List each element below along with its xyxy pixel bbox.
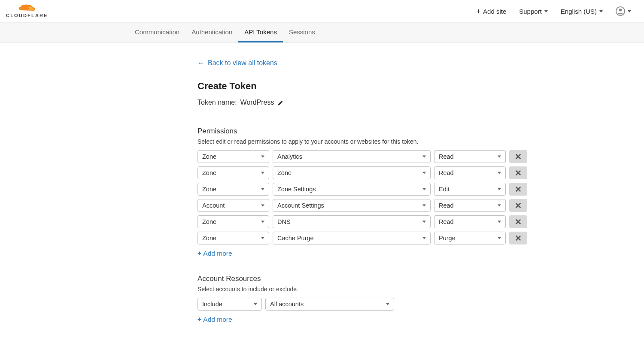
permission-resource-select[interactable]: Zone — [273, 166, 431, 179]
add-site-label: Add site — [483, 8, 506, 15]
remove-permission-button[interactable] — [509, 166, 527, 179]
account-resources-section: Account Resources Select accounts to inc… — [197, 275, 575, 341]
account-value-select[interactable]: All accounts — [265, 298, 394, 311]
permission-row: ZoneCache PurgePurge — [197, 232, 575, 244]
svg-point-1 — [619, 9, 622, 11]
header-right: + Add site Support English (US) — [477, 6, 631, 16]
cloudflare-logo[interactable]: CLOUDFLARE — [6, 4, 48, 18]
token-name-row: Token name: WordPress — [197, 99, 575, 106]
permission-row: ZoneZone SettingsEdit — [197, 183, 575, 196]
permission-access-select[interactable]: Read — [434, 166, 506, 179]
remove-permission-button[interactable] — [509, 183, 527, 196]
back-link-label: Back to view all tokens — [208, 59, 277, 67]
language-label: English (US) — [561, 8, 597, 15]
tab-communication[interactable]: Communication — [129, 23, 185, 42]
close-icon — [515, 219, 521, 225]
language-menu[interactable]: English (US) — [561, 8, 603, 15]
sub-nav-inner: Communication Authentication API Tokens … — [129, 23, 321, 42]
plus-icon: + — [477, 7, 480, 15]
permission-row: AccountAccount SettingsRead — [197, 199, 575, 212]
account-resources-help: Select accounts to include or exclude. — [197, 286, 575, 293]
caret-down-icon — [628, 10, 631, 12]
permission-resource-select[interactable]: DNS — [273, 215, 431, 228]
close-icon — [515, 186, 521, 192]
remove-permission-button[interactable] — [509, 150, 527, 163]
permission-scope-select[interactable]: Zone — [197, 215, 269, 228]
token-name-value: WordPress — [240, 99, 274, 106]
permissions-section: Permissions Select edit or read permissi… — [197, 127, 575, 275]
plus-icon: + — [197, 316, 201, 323]
brand-text: CLOUDFLARE — [6, 13, 48, 18]
permission-row: ZoneZoneRead — [197, 166, 575, 179]
tab-api-tokens[interactable]: API Tokens — [238, 23, 283, 42]
permission-scope-select[interactable]: Account — [197, 199, 269, 212]
tab-authentication[interactable]: Authentication — [185, 23, 238, 42]
account-include-select[interactable]: Include — [197, 298, 262, 311]
permission-row: ZoneAnalyticsRead — [197, 150, 575, 163]
permission-scope-select[interactable]: Zone — [197, 232, 269, 244]
close-icon — [515, 202, 521, 208]
permission-scope-select[interactable]: Zone — [197, 150, 269, 163]
permission-access-select[interactable]: Edit — [434, 183, 506, 196]
remove-permission-button[interactable] — [509, 232, 527, 244]
permission-resource-select[interactable]: Analytics — [273, 150, 431, 163]
permission-resource-select[interactable]: Account Settings — [273, 199, 431, 212]
remove-permission-button[interactable] — [509, 199, 527, 212]
pencil-icon[interactable] — [277, 100, 284, 106]
page-title: Create Token — [197, 81, 575, 92]
permission-row: ZoneDNSRead — [197, 215, 575, 228]
sub-nav: Communication Authentication API Tokens … — [0, 23, 644, 43]
permission-resource-select[interactable]: Zone Settings — [273, 183, 431, 196]
back-link[interactable]: ← Back to view all tokens — [197, 59, 277, 67]
remove-permission-button[interactable] — [509, 215, 527, 228]
add-site-button[interactable]: + Add site — [477, 7, 507, 15]
add-account-resource-button[interactable]: + Add more — [197, 316, 232, 323]
permission-access-select[interactable]: Read — [434, 199, 506, 212]
token-name-label: Token name: — [197, 99, 237, 106]
account-resources-heading: Account Resources — [197, 275, 575, 283]
permission-access-select[interactable]: Read — [434, 150, 506, 163]
close-icon — [515, 154, 521, 160]
caret-down-icon — [599, 10, 603, 12]
permission-scope-select[interactable]: Zone — [197, 183, 269, 196]
user-menu[interactable] — [616, 6, 631, 16]
add-permission-button[interactable]: + Add more — [197, 250, 232, 257]
tab-sessions[interactable]: Sessions — [283, 23, 321, 42]
plus-icon: + — [197, 250, 201, 257]
close-icon — [515, 235, 521, 241]
permission-resource-select[interactable]: Cache Purge — [273, 232, 431, 244]
permission-access-select[interactable]: Purge — [434, 232, 506, 244]
support-label: Support — [519, 8, 542, 15]
permissions-help: Select edit or read permissions to apply… — [197, 138, 575, 145]
add-more-label: Add more — [203, 316, 232, 323]
permissions-heading: Permissions — [197, 127, 575, 136]
close-icon — [515, 170, 521, 176]
account-resource-row: IncludeAll accounts — [197, 298, 575, 311]
arrow-left-icon: ← — [197, 59, 204, 67]
top-header: CLOUDFLARE + Add site Support English (U… — [0, 0, 644, 23]
caret-down-icon — [544, 10, 548, 12]
cloud-icon — [18, 4, 36, 12]
add-more-label: Add more — [203, 250, 232, 257]
permission-access-select[interactable]: Read — [434, 215, 506, 228]
person-icon — [616, 6, 625, 16]
main-content: ← Back to view all tokens Create Token T… — [69, 43, 575, 341]
support-menu[interactable]: Support — [519, 8, 548, 15]
permission-scope-select[interactable]: Zone — [197, 166, 269, 179]
